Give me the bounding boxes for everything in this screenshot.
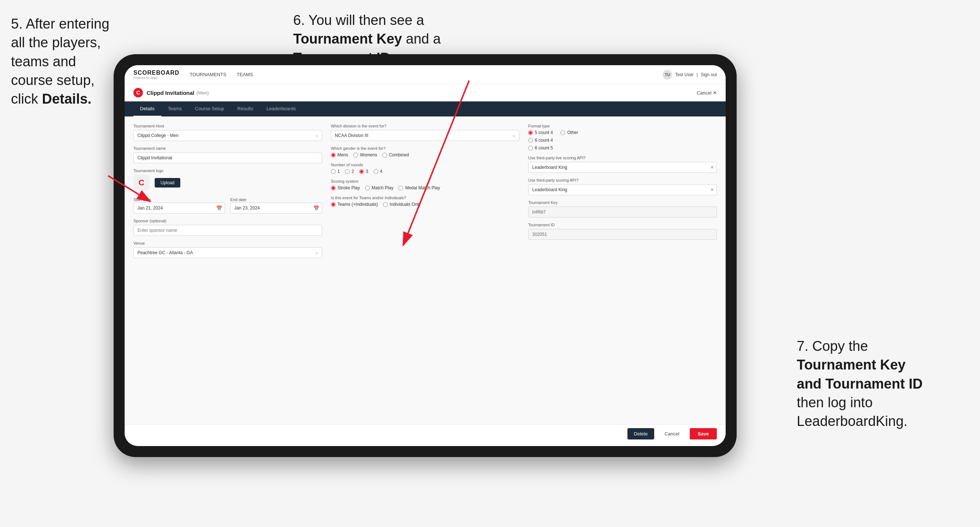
separator: | — [697, 72, 698, 77]
gender-mens[interactable]: Mens — [331, 152, 348, 157]
tabs-bar: Details Teams Course Setup Results Leade… — [125, 102, 725, 116]
host-label: Tournament Host — [134, 124, 322, 128]
annotation-bottom-right: 7. Copy the Tournament Key and Tournamen… — [797, 337, 973, 431]
app-header: SCOREBOARD Powered by clippd TOURNAMENTS… — [125, 65, 725, 84]
tournament-name-label: Tournament name — [134, 146, 322, 151]
gender-womens-label: Womens — [360, 152, 377, 157]
tab-results[interactable]: Results — [231, 102, 260, 116]
tournament-id-input[interactable] — [528, 229, 717, 240]
sponsor-input[interactable] — [134, 225, 322, 236]
copy-key-bold: Tournament Key — [797, 357, 905, 373]
logo-field: Tournament logo C Upload — [134, 168, 322, 191]
tab-teams[interactable]: Teams — [161, 102, 188, 116]
scoring-stroke[interactable]: Stroke Play — [331, 185, 360, 190]
teams-only-label: Individuals Only — [390, 202, 421, 207]
start-date-wrapper: 📅 — [134, 203, 225, 214]
cancel-button[interactable]: Cancel ✕ — [697, 90, 717, 95]
nav-teams[interactable]: TEAMS — [237, 72, 253, 77]
scoring-label: Scoring system — [331, 179, 520, 184]
gender-radio-group: Mens Womens Combined — [331, 152, 520, 157]
rounds-1[interactable]: 1 — [331, 169, 340, 174]
rounds-2[interactable]: 2 — [345, 169, 354, 174]
tab-course-setup[interactable]: Course Setup — [188, 102, 231, 116]
venue-select-wrapper: Peachtree GC - Atlanta - GA — [134, 247, 322, 258]
teams-plus-individuals[interactable]: Teams (+Individuals) — [331, 202, 378, 207]
sign-out-link[interactable]: Sign out — [701, 72, 717, 77]
end-date-field: End date 📅 — [230, 196, 322, 214]
api1-input-wrapper: ✕ — [528, 162, 717, 173]
nav-tournaments[interactable]: TOURNAMENTS — [190, 72, 226, 77]
format-5count4[interactable]: 5 count 4 — [528, 130, 553, 135]
format-field: Format type 5 count 4 6 count 4 — [528, 124, 717, 151]
api2-input[interactable] — [528, 184, 717, 195]
teams-individuals-only[interactable]: Individuals Only — [383, 202, 421, 207]
api1-clear-button[interactable]: ✕ — [710, 165, 714, 170]
rounds-label: Number of rounds — [331, 163, 520, 167]
format-label: Format type — [528, 124, 717, 128]
tournament-key-input[interactable] — [528, 206, 717, 217]
venue-select[interactable]: Peachtree GC - Atlanta - GA — [134, 247, 322, 258]
annotation-top-right: 6. You will then see a Tournament Key an… — [293, 11, 498, 67]
tab-leaderboards[interactable]: Leaderboards — [260, 102, 302, 116]
format-col-left: 5 count 4 6 count 4 6 count 5 — [528, 130, 553, 151]
tournament-id-field: Tournament ID — [528, 223, 717, 240]
tab-details[interactable]: Details — [134, 102, 161, 116]
division-label: Which division is the event for? — [331, 124, 520, 128]
end-date-input[interactable] — [230, 203, 322, 214]
delete-button[interactable]: Delete — [627, 428, 655, 440]
format-other[interactable]: Other — [560, 130, 578, 135]
rounds-2-label: 2 — [352, 169, 354, 174]
division-select-wrapper: NCAA Division III — [331, 130, 520, 141]
api1-input[interactable] — [528, 162, 717, 173]
upload-button[interactable]: Upload — [155, 178, 180, 187]
scoring-radio-group: Stroke Play Match Play Medal Match Play — [331, 185, 520, 190]
tournament-key-field: Tournament Key — [528, 200, 717, 217]
annotation-left: 5. After entering all the players, teams… — [11, 15, 114, 108]
dates-field: Start date 📅 End date 📅 — [134, 196, 322, 214]
venue-field: Venue Peachtree GC - Atlanta - GA — [134, 241, 322, 258]
tablet-frame: SCOREBOARD Powered by clippd TOURNAMENTS… — [114, 54, 737, 457]
gender-womens[interactable]: Womens — [353, 152, 377, 157]
division-select[interactable]: NCAA Division III — [331, 130, 520, 141]
api2-label: Use third-party scoring API? — [528, 178, 717, 183]
tournament-name-field: Tournament name — [134, 146, 322, 163]
api1-field: Use third-party live scoring API? ✕ — [528, 156, 717, 173]
api2-clear-button[interactable]: ✕ — [710, 187, 714, 192]
host-select-wrapper: Clippd College - Men — [134, 130, 322, 141]
scoring-match[interactable]: Match Play — [365, 185, 393, 190]
format-other-col: Other — [560, 130, 578, 135]
calendar-icon-start: 📅 — [216, 205, 222, 211]
rounds-4-label: 4 — [380, 169, 383, 174]
host-select[interactable]: Clippd College - Men — [134, 130, 322, 141]
sponsor-label: Sponsor (optional) — [134, 219, 322, 223]
rounds-1-label: 1 — [337, 169, 340, 174]
tournament-key-bold: Tournament Key — [293, 31, 402, 46]
format-6count5[interactable]: 6 count 5 — [528, 145, 553, 151]
gender-combined[interactable]: Combined — [382, 152, 409, 157]
host-field: Tournament Host Clippd College - Men — [134, 124, 322, 141]
tournament-name-input[interactable] — [134, 152, 322, 163]
tournament-title: Clippd Invitational — [146, 90, 194, 96]
tablet-screen: SCOREBOARD Powered by clippd TOURNAMENTS… — [125, 65, 725, 446]
tournament-title-bar: C Clippd Invitational (Men) Cancel ✕ — [125, 84, 725, 102]
scoring-stroke-label: Stroke Play — [337, 185, 360, 190]
logo-upload-area: C Upload — [134, 175, 322, 191]
division-field: Which division is the event for? NCAA Di… — [331, 124, 520, 141]
start-date-field: Start date 📅 — [134, 196, 225, 214]
venue-label: Venue — [134, 241, 322, 245]
start-date-input[interactable] — [134, 203, 225, 214]
format-6count5-label: 6 count 5 — [535, 145, 553, 151]
rounds-4[interactable]: 4 — [374, 169, 383, 174]
user-name: Test User — [675, 72, 694, 77]
rounds-3[interactable]: 3 — [359, 169, 368, 174]
api2-field: Use third-party scoring API? ✕ — [528, 178, 717, 195]
footer-cancel-button[interactable]: Cancel — [658, 428, 686, 440]
save-button[interactable]: Save — [690, 428, 717, 440]
scoring-medal[interactable]: Medal Match Play — [398, 185, 440, 190]
copy-id-bold: and Tournament ID — [797, 376, 923, 392]
api1-label: Use third-party live scoring API? — [528, 156, 717, 160]
brand-logo: SCOREBOARD Powered by clippd — [134, 70, 180, 79]
scoring-match-label: Match Play — [372, 185, 393, 190]
format-6count4-label: 6 count 4 — [535, 138, 553, 143]
format-6count4[interactable]: 6 count 4 — [528, 138, 553, 143]
